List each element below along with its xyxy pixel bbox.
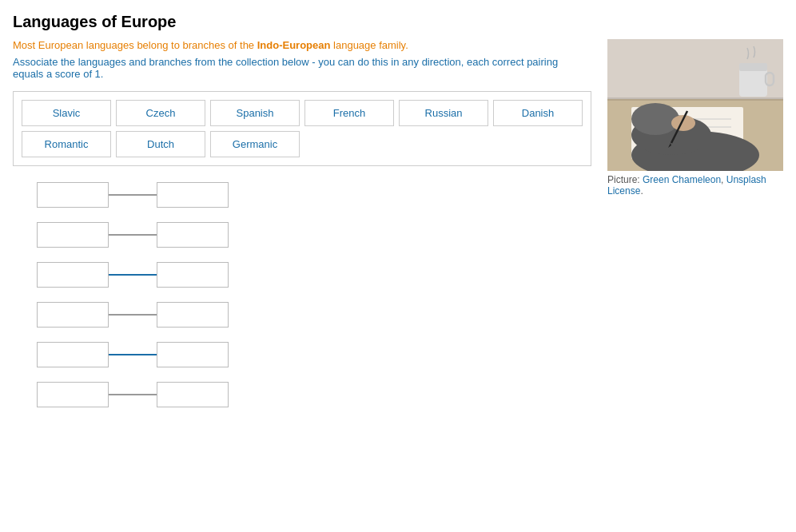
pair-connector-2 (109, 234, 157, 236)
word-tile-danish[interactable]: Danish (493, 100, 583, 126)
pairs-container (13, 182, 591, 407)
word-tile-dutch[interactable]: Dutch (116, 131, 205, 157)
photo-image (607, 39, 783, 171)
indo-european-bold: Indo-European (257, 39, 331, 51)
svg-rect-15 (739, 63, 767, 71)
word-tile-czech[interactable]: Czech (116, 100, 205, 126)
word-tile-slavic[interactable]: Slavic (22, 100, 111, 126)
photo-credit-prefix: Picture: (607, 174, 643, 185)
pair-left-4[interactable] (37, 302, 109, 328)
pair-row-5 (37, 342, 591, 367)
photo-credit-suffix: . (640, 185, 643, 197)
pair-right-3[interactable] (157, 262, 229, 288)
word-bank: Slavic Czech Spanish French Russian Dani… (13, 91, 591, 166)
photo-container: Picture: Green Chameleon, Unsplash Licen… (607, 39, 783, 197)
pair-row-3 (37, 262, 591, 288)
svg-rect-17 (607, 97, 783, 101)
pair-connector-4 (109, 314, 157, 316)
pair-left-6[interactable] (37, 382, 109, 407)
pair-left-1[interactable] (37, 182, 109, 208)
instruction-paragraph: Associate the languages and branches fro… (13, 56, 591, 80)
pair-left-5[interactable] (37, 342, 109, 367)
pair-right-5[interactable] (157, 342, 229, 367)
photo-caption: Picture: Green Chameleon, Unsplash Licen… (607, 174, 783, 197)
intro-text-before: Most European languages belong to branch… (13, 39, 257, 51)
right-panel: Picture: Green Chameleon, Unsplash Licen… (607, 39, 783, 197)
pair-right-2[interactable] (157, 222, 229, 248)
intro-paragraph: Most European languages belong to branch… (13, 39, 591, 51)
pair-right-6[interactable] (157, 382, 229, 407)
pair-right-4[interactable] (157, 302, 229, 328)
word-tile-romantic[interactable]: Romantic (22, 131, 111, 157)
main-layout: Most European languages belong to branch… (13, 39, 783, 407)
word-tile-french[interactable]: French (304, 100, 394, 126)
photo-credit-separator: , (721, 174, 726, 185)
page-title: Languages of Europe (13, 13, 783, 31)
word-tile-spanish[interactable]: Spanish (210, 100, 300, 126)
intro-text-after: language family. (330, 39, 408, 51)
pair-row-1 (37, 182, 591, 208)
pair-left-3[interactable] (37, 262, 109, 288)
pair-row-6 (37, 382, 591, 407)
pair-connector-6 (109, 394, 157, 395)
pair-left-2[interactable] (37, 222, 109, 248)
pair-connector-5 (109, 354, 157, 355)
photo-credit-link1[interactable]: Green Chameleon (643, 174, 721, 185)
svg-point-10 (631, 103, 679, 135)
pair-row-2 (37, 222, 591, 248)
pair-connector-3 (109, 274, 157, 276)
left-panel: Most European languages belong to branch… (13, 39, 591, 407)
word-tile-germanic[interactable]: Germanic (210, 131, 300, 157)
pair-connector-1 (109, 194, 157, 196)
pair-right-1[interactable] (157, 182, 229, 208)
pair-row-4 (37, 302, 591, 328)
word-tile-russian[interactable]: Russian (399, 100, 488, 126)
